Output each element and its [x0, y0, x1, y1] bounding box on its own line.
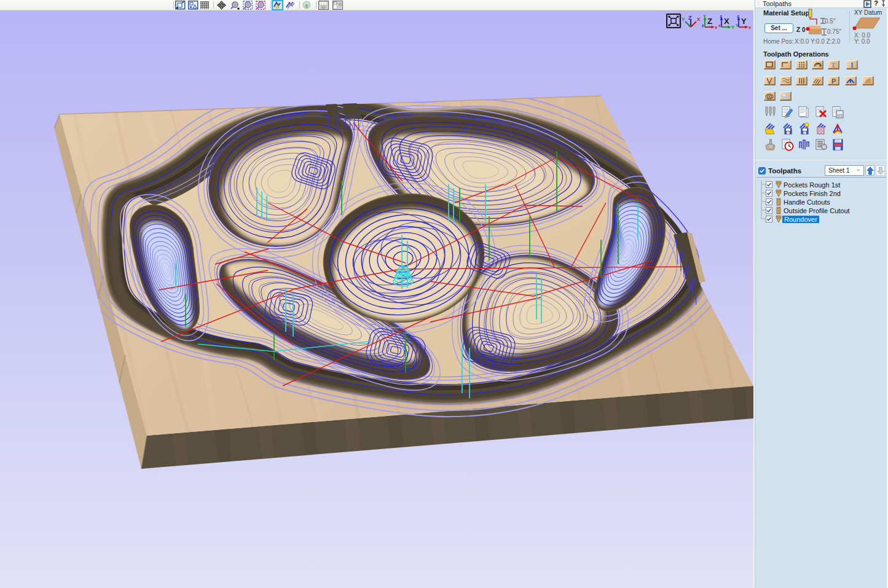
svg-text:Y: Y [741, 17, 747, 26]
svg-text:x: x [749, 25, 752, 30]
svg-text:z: z [737, 14, 739, 19]
svg-text:Z: Z [707, 17, 712, 26]
svg-text:z: z [702, 23, 704, 28]
svg-text:T: T [831, 61, 836, 69]
svg-text:X: X [724, 17, 729, 26]
svg-text:X: X [697, 17, 701, 22]
svg-text:x: x [718, 23, 721, 28]
svg-text:Y: Y [682, 17, 685, 22]
svg-text:Y: Y [703, 14, 706, 19]
svg-text:I: I [851, 61, 854, 69]
svg-text:P: P [831, 77, 836, 85]
svg-text:x: x [715, 25, 718, 30]
svg-text:z: z [720, 14, 722, 19]
svg-text:Y: Y [731, 25, 734, 30]
